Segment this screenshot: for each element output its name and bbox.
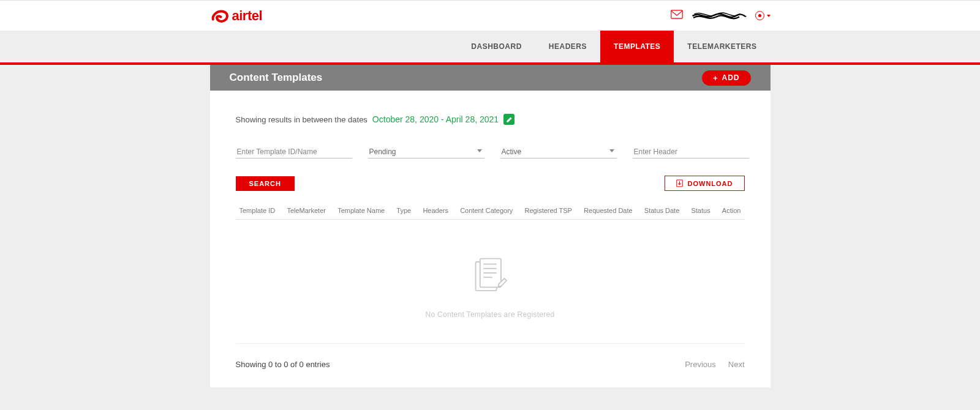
download-button-label: DOWNLOAD — [688, 180, 733, 187]
state-select-value: Active — [502, 147, 522, 156]
edit-date-button[interactable] — [503, 114, 514, 125]
nav-dashboard[interactable]: DASHBOARD — [458, 31, 535, 62]
add-button[interactable]: + ADD — [702, 70, 751, 86]
search-button[interactable]: SEARCH — [236, 176, 295, 191]
download-icon — [676, 179, 683, 187]
chevron-down-icon — [767, 15, 771, 17]
col-telemarketer: TeleMarketer — [287, 207, 326, 214]
brand-name: airtel — [232, 8, 263, 24]
airtel-swirl-icon — [210, 8, 230, 24]
nav-headers[interactable]: HEADERS — [535, 31, 600, 62]
add-button-label: ADD — [722, 73, 740, 82]
prev-button[interactable]: Previous — [685, 360, 716, 369]
col-headers: Headers — [423, 207, 448, 214]
state-select[interactable]: Active — [500, 146, 617, 158]
col-status: Status — [691, 207, 710, 214]
username-redacted — [692, 9, 747, 23]
chevron-down-icon — [609, 149, 614, 152]
col-action: Action — [722, 207, 741, 214]
date-filter-line: Showing results in between the dates Oct… — [236, 114, 745, 125]
status-select[interactable]: Pending — [368, 146, 484, 158]
col-requested-date: Requested Date — [584, 207, 633, 214]
chevron-down-icon — [477, 149, 482, 152]
content-panel: Content Templates + ADD Showing results … — [210, 65, 771, 387]
col-type: Type — [396, 207, 411, 214]
col-template-id: Template ID — [239, 207, 276, 214]
empty-text: No Content Templates are Registered — [236, 310, 745, 319]
table-header: Template ID TeleMarketer Template Name T… — [236, 202, 745, 220]
page-title: Content Templates — [230, 72, 323, 84]
date-prefix: Showing results in between the dates — [236, 115, 368, 124]
next-button[interactable]: Next — [728, 360, 745, 369]
empty-document-icon — [468, 256, 512, 300]
action-row: SEARCH DOWNLOAD — [236, 176, 745, 191]
panel-footer: Showing 0 to 0 of 0 entries Previous Nex… — [236, 343, 745, 369]
user-menu[interactable] — [755, 11, 771, 20]
col-template-name: Template Name — [337, 207, 385, 214]
panel-header: Content Templates + ADD — [210, 65, 771, 91]
col-status-date: Status Date — [644, 207, 679, 214]
brand-logo[interactable]: airtel — [210, 8, 263, 24]
topbar: airtel — [0, 0, 980, 31]
pencil-icon — [506, 116, 513, 123]
empty-state: No Content Templates are Registered — [236, 220, 745, 343]
col-registered-tsp: Registered TSP — [525, 207, 572, 214]
showing-text: Showing 0 to 0 of 0 entries — [236, 360, 330, 369]
header-input[interactable] — [633, 146, 749, 158]
svg-rect-0 — [671, 10, 682, 18]
nav-templates[interactable]: TEMPLATES — [600, 31, 674, 62]
filters-row: Pending Active — [236, 146, 745, 158]
pager: Previous Next — [685, 360, 744, 369]
col-content-category: Content Category — [460, 207, 513, 214]
download-button[interactable]: DOWNLOAD — [665, 176, 745, 191]
template-id-input[interactable] — [236, 146, 352, 158]
mail-icon[interactable] — [671, 10, 683, 21]
plus-icon: + — [713, 73, 718, 83]
date-range: October 28, 2020 - April 28, 2021 — [372, 114, 499, 124]
status-select-value: Pending — [369, 147, 396, 156]
user-icon — [755, 11, 764, 20]
nav-telemarketers[interactable]: TELEMARKETERS — [674, 31, 770, 62]
main-nav: DASHBOARD HEADERS TEMPLATES TELEMARKETER… — [0, 31, 980, 65]
